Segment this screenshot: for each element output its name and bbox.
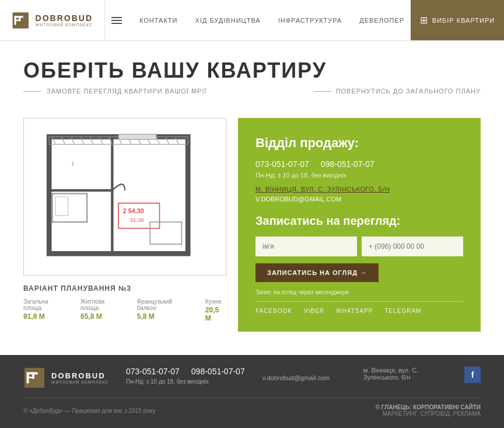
footer-credit-brand: © ГЛАНЕЦЬ: КОРПОРАТИВНІ САЙТИ (376, 404, 481, 410)
signup-title: Записатись на перегляд: (256, 214, 463, 228)
svg-rect-24 (118, 134, 156, 140)
social-links: FACEBOOK VIBER WHATSAPP TELEGRAM (256, 308, 463, 314)
social-telegram[interactable]: TELEGRAM (384, 308, 421, 314)
footer-phone1: 073-051-07-07 (126, 367, 180, 376)
spec-balcony: Французький балкон: 5,8 М (137, 298, 194, 322)
footer-email: v.dobrobud@gmail.com (262, 374, 346, 381)
sales-phones: 073-051-07-07 098-051-07-07 (256, 159, 463, 169)
footer-bottom: © «ДоброБуд» — Працюємо для вас з 2015 р… (23, 398, 481, 417)
cta-button[interactable]: ⊞ ВИБІР КВАРТИРИ (411, 0, 504, 40)
menu-icon[interactable] (111, 17, 122, 24)
spec-kitchen-value: 20,5 М (205, 306, 226, 322)
nav-developer[interactable]: ДЕВЕЛОПЕР (359, 17, 404, 24)
spec-kitchen-label: Кухня: (205, 298, 226, 305)
signup-form (256, 236, 463, 256)
spec-living-value: 65,8 М (80, 312, 125, 321)
name-input[interactable] (256, 236, 357, 256)
back-line (314, 91, 331, 92)
main-nav: КОНТАКТИ ХІД БУДІВНИЦТВА ІНФРАСТРУКТУРА … (105, 0, 411, 40)
footer-logo-sub: ЖИТЛОВИЙ КОМПЛЕКС (51, 380, 108, 384)
sales-phone1: 073-051-07-07 (256, 159, 309, 169)
phone-input[interactable] (362, 236, 463, 256)
nav-contacts[interactable]: КОНТАКТИ (139, 17, 178, 24)
social-viber[interactable]: VIBER (304, 308, 324, 314)
logo-text: DOBROBUD ЖИТЛОВИЙ КОМПЛЕКС (36, 13, 93, 27)
social-facebook[interactable]: FACEBOOK (256, 308, 292, 314)
sales-email: V.DOBROBUD@GMAIL.COM (256, 196, 463, 203)
footer-phones-row: 073-051-07-07 098-051-07-07 (126, 367, 245, 376)
floor-plan-svg: 2 54,30 31,30 1 (33, 127, 217, 266)
footer-copyright: © «ДоброБуд» — Працюємо для вас з 2015 р… (23, 408, 155, 414)
hero-section: ОБЕРІТЬ ВАШУ КВАРТИРУ ЗАМОВТЕ ПЕРЕГЛЯД К… (0, 41, 504, 106)
svg-text:1: 1 (71, 160, 74, 166)
logo-sub: ЖИТЛОВИЙ КОМПЛЕКС (36, 23, 93, 27)
signup-note: Запис на огляд через месенджери (256, 289, 463, 295)
cta-label: ВИБІР КВАРТИРИ (432, 17, 495, 24)
svg-rect-5 (49, 137, 188, 253)
svg-text:31,30: 31,30 (130, 217, 145, 223)
hero-subtitle-row: ЗАМОВТЕ ПЕРЕГЛЯД КВАРТИРИ ВАШОЇ МРІЇ ПОВ… (23, 88, 481, 95)
plan-variant: ВАРІАНТ ПЛАНУВАННЯ №3 (23, 284, 226, 293)
back-button[interactable]: ПОВЕРНУТИСЬ ДО ЗАГАЛЬНОГО ПЛАНУ (314, 88, 481, 95)
footer-logo-text: DOBROBUD ЖИТЛОВИЙ КОМПЛЕКС (51, 371, 108, 384)
footer-logo: DOBROBUD ЖИТЛОВИЙ КОМПЛЕКС (23, 367, 108, 389)
svg-rect-34 (27, 373, 38, 375)
sales-phone2: 098-051-07-07 (321, 159, 374, 169)
page-title: ОБЕРІТЬ ВАШУ КВАРТИРУ (23, 58, 481, 83)
spec-living-area: Житлова площа: 65,8 М (80, 298, 125, 322)
svg-rect-31 (150, 222, 181, 244)
social-whatsapp[interactable]: WHATSAPP (336, 308, 373, 314)
spec-total-area: Загальна площа: 91,8 М (23, 298, 69, 322)
spec-total-value: 91,8 М (23, 312, 69, 321)
logo-main: DOBROBUD (36, 13, 93, 23)
header: DOBROBUD ЖИТЛОВИЙ КОМПЛЕКС КОНТАКТИ ХІД … (0, 0, 504, 41)
spec-balcony-value: 5,8 М (137, 312, 194, 321)
hero-subtitle-left: ЗАМОВТЕ ПЕРЕГЛЯД КВАРТИРИ ВАШОЇ МРІЇ (23, 88, 207, 95)
footer-phone2: 098-051-07-07 (191, 367, 245, 376)
nav-infrastructure[interactable]: ІНФРАСТРУКТУРА (278, 17, 342, 24)
logo: DOBROBUD ЖИТЛОВИЙ КОМПЛЕКС (0, 0, 105, 40)
sales-hours: Пн-Нд: з 10 до 18, без вихідніх (256, 172, 463, 179)
footer-hours: Пн-Нд: з 10 до 18, без вихідніх (126, 378, 245, 385)
signup-button[interactable]: ЗАПИСАТИСЬ НА ОГЛЯД → (256, 263, 379, 282)
spec-living-label: Житлова площа: (80, 298, 125, 311)
footer: DOBROBUD ЖИТЛОВИЙ КОМПЛЕКС 073-051-07-07… (0, 355, 504, 428)
cta-icon: ⊞ (420, 15, 428, 26)
footer-facebook[interactable]: f (464, 367, 481, 383)
svg-rect-36 (32, 373, 34, 379)
footer-top: DOBROBUD ЖИТЛОВИЙ КОМПЛЕКС 073-051-07-07… (23, 367, 481, 398)
back-label: ПОВЕРНУТИСЬ ДО ЗАГАЛЬНОГО ПЛАНУ (336, 88, 481, 95)
logo-icon (12, 9, 30, 32)
sales-address[interactable]: М. ВІННИЦЯ, ВУЛ. С. ЗУЛІНСЬКОГО, Б/Н (256, 186, 463, 193)
footer-logo-main: DOBROBUD (51, 371, 108, 380)
nav-construction[interactable]: ХІД БУДІВНИЦТВА (195, 17, 260, 24)
plan-specs: Загальна площа: 91,8 М Житлова площа: 65… (23, 298, 226, 322)
spec-balcony-label: Французький балкон: (137, 298, 194, 311)
svg-rect-4 (19, 16, 20, 21)
spec-total-label: Загальна площа: (23, 298, 69, 311)
sales-title: Відділ продажу: (256, 135, 463, 151)
footer-logo-icon (23, 367, 46, 389)
svg-text:2   54,30: 2 54,30 (123, 207, 144, 214)
spec-kitchen: Кухня: 20,5 М (205, 298, 226, 322)
main-content: 2 54,30 31,30 1 ВАРІАНТ ПЛАНУВАННЯ №3 За… (0, 106, 504, 355)
footer-credit-sub: МАРКЕТИНГ. СУПРОВІД. РЕКЛАМА (383, 410, 481, 417)
social-divider (256, 301, 463, 302)
left-panel: 2 54,30 31,30 1 ВАРІАНТ ПЛАНУВАННЯ №3 За… (23, 118, 226, 332)
hero-subtitle-line (23, 91, 41, 92)
right-panel: Відділ продажу: 073-051-07-07 098-051-07… (238, 118, 481, 332)
footer-address: м. Вінниця, вул. С. Зулінського, 6/н (363, 367, 447, 381)
footer-phones: 073-051-07-07 098-051-07-07 Пн-Нд: з 10 … (126, 367, 245, 385)
svg-rect-29 (52, 194, 88, 222)
svg-rect-30 (55, 197, 68, 215)
floor-plan-container: 2 54,30 31,30 1 (23, 118, 226, 276)
footer-credit: © ГЛАНЕЦЬ: КОРПОРАТИВНІ САЙТИ МАРКЕТИНГ.… (376, 404, 481, 417)
hero-subtitle: ЗАМОВТЕ ПЕРЕГЛЯД КВАРТИРИ ВАШОЇ МРІЇ (47, 88, 207, 95)
